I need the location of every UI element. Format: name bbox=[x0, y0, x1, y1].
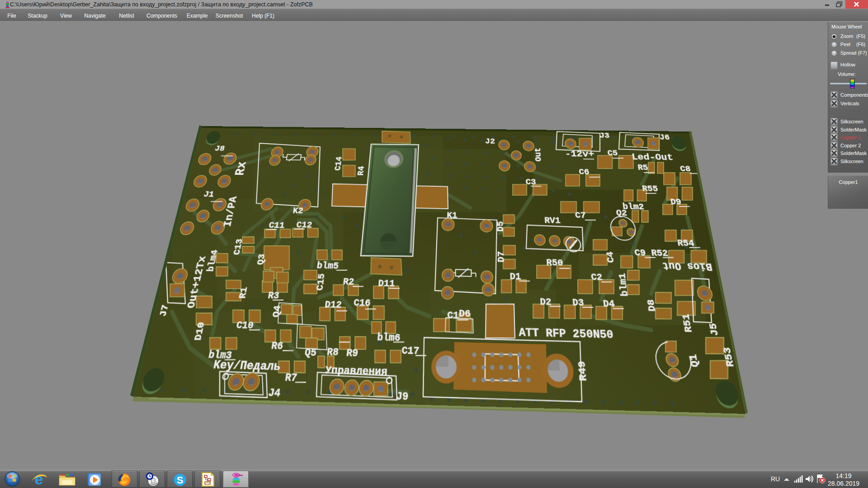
svg-text:S: S bbox=[177, 474, 184, 486]
svg-text:R9: R9 bbox=[346, 347, 359, 360]
svg-text:K1: K1 bbox=[447, 211, 458, 221]
svg-text:J8: J8 bbox=[214, 144, 226, 153]
svg-text:R52: R52 bbox=[651, 248, 669, 258]
svg-text:Управления: Управления bbox=[325, 364, 388, 378]
svg-text:R3: R3 bbox=[267, 290, 280, 301]
svg-text:J4: J4 bbox=[268, 386, 282, 400]
svg-text:R1: R1 bbox=[237, 287, 250, 299]
svg-text:R6: R6 bbox=[270, 340, 284, 352]
svg-text:Q4: Q4 bbox=[270, 305, 283, 317]
svg-text:R55: R55 bbox=[642, 184, 659, 194]
svg-text:Q1: Q1 bbox=[687, 354, 701, 367]
svg-text:C3: C3 bbox=[525, 178, 536, 187]
svg-text:RV1: RV1 bbox=[544, 216, 561, 226]
svg-text:ATT RFP 250N50: ATT RFP 250N50 bbox=[519, 326, 614, 342]
svg-text:J6: J6 bbox=[659, 133, 670, 141]
svg-text:D12: D12 bbox=[324, 299, 342, 311]
svg-text:Key/Педаль: Key/Педаль bbox=[212, 358, 282, 374]
svg-text:D8: D8 bbox=[645, 299, 658, 311]
svg-text:D9: D9 bbox=[670, 197, 682, 207]
svg-text:D11: D11 bbox=[378, 278, 396, 290]
svg-text:Out: Out bbox=[533, 148, 543, 162]
svg-text:J3: J3 bbox=[599, 131, 610, 140]
svg-text:J5: J5 bbox=[707, 323, 721, 336]
svg-text:R4: R4 bbox=[356, 166, 366, 175]
svg-text:D6: D6 bbox=[459, 308, 470, 319]
svg-text:C12: C12 bbox=[296, 220, 313, 230]
svg-text:Q5: Q5 bbox=[304, 346, 317, 359]
svg-text:Bios Out: Bios Out bbox=[661, 260, 713, 272]
svg-text:R54: R54 bbox=[677, 238, 695, 249]
svg-text:R5: R5 bbox=[637, 163, 649, 173]
svg-text:C11: C11 bbox=[268, 221, 285, 231]
svg-text:R49: R49 bbox=[576, 361, 589, 381]
svg-text:Rx: Rx bbox=[232, 161, 249, 176]
svg-text:Led-Out: Led-Out bbox=[631, 152, 674, 163]
svg-text:C15: C15 bbox=[315, 273, 327, 291]
svg-text:C14: C14 bbox=[333, 156, 344, 170]
svg-text:-12v+: -12v+ bbox=[565, 149, 595, 160]
svg-text:C5: C5 bbox=[607, 149, 618, 158]
svg-text:R2: R2 bbox=[343, 277, 355, 288]
svg-text:R8: R8 bbox=[326, 346, 340, 358]
svg-text:C16: C16 bbox=[353, 297, 371, 309]
svg-text:D5: D5 bbox=[495, 221, 505, 232]
svg-text:e: e bbox=[35, 472, 43, 487]
svg-text:C1: C1 bbox=[447, 310, 459, 321]
svg-text:C9: C9 bbox=[634, 248, 646, 258]
svg-text:Q2: Q2 bbox=[616, 208, 627, 218]
svg-text:C8: C8 bbox=[679, 164, 692, 174]
svg-text:C2: C2 bbox=[590, 272, 603, 283]
svg-text:D7: D7 bbox=[496, 251, 507, 263]
svg-text:K2: K2 bbox=[292, 206, 304, 216]
svg-text:D1: D1 bbox=[509, 271, 521, 282]
svg-text:C4: C4 bbox=[604, 251, 616, 263]
svg-text:C6: C6 bbox=[579, 168, 590, 177]
svg-text:blm5: blm5 bbox=[316, 260, 339, 272]
svg-text:C7: C7 bbox=[575, 211, 586, 221]
svg-text:R50: R50 bbox=[546, 258, 563, 268]
svg-text:J9: J9 bbox=[396, 389, 409, 403]
svg-text:Q3: Q3 bbox=[255, 254, 267, 265]
svg-text:J2: J2 bbox=[485, 137, 495, 145]
